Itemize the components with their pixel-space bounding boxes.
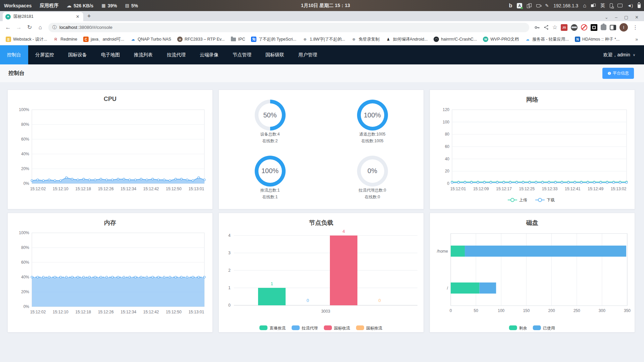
svg-text:80%: 80% [21,245,29,250]
bookmark-item[interactable]: ☁服务器 - 轻量应用... [523,36,571,43]
bookmark-favicon-icon: N [575,37,580,42]
ring-total-label: 推流总数:1 [260,188,280,193]
clipboard-tray-icon[interactable] [527,3,532,8]
bookmark-item[interactable]: NHDAtmos :: 种子 *... [573,36,622,43]
user-menu[interactable]: 欢迎，admin ∨ [603,52,644,58]
forward-button[interactable]: → [14,23,23,32]
platform-info-button[interactable]: ❶ 平台信息 [602,68,634,79]
svg-text:250: 250 [574,308,580,313]
window-restore-button[interactable]: ▢ [622,15,631,20]
nav-tab-4[interactable]: 电子地图 [94,45,127,64]
home-tray-icon[interactable]: ⌂ [583,3,586,9]
site-info-icon[interactable]: ⓘ [52,24,57,31]
svg-text:国标收流: 国标收流 [334,326,350,330]
bookmark-favicon-icon: ◉ [177,37,183,42]
bookmark-item[interactable]: ⊕免登录复制 [349,36,382,43]
progress-ring: 100% [357,100,388,131]
platform-info-label: 平台信息 [613,70,629,76]
extension-frame-icon[interactable] [591,24,597,31]
chevron-down-icon: ∨ [633,53,635,57]
workspaces-label: Workspaces [4,3,32,8]
display-icon[interactable] [617,4,623,7]
nav-tab-8[interactable]: 节点管理 [226,45,258,64]
color-picker-tray-icon[interactable]: ✎ [545,3,549,8]
bookmark-item[interactable]: WWVP-PRO文档 [481,36,521,43]
nav-tab-9[interactable]: 国标级联 [258,45,291,64]
bookmark-item[interactable]: IPC [229,36,248,43]
profile-avatar[interactable]: I [620,23,628,32]
svg-text:4: 4 [228,233,231,238]
ring-online-label: 在线数:0 [364,194,380,200]
translate-tray-icon[interactable]: A [517,3,522,8]
bookmark-favicon-icon: ♟ [386,37,391,42]
input-method-indicator[interactable]: 英 [600,3,605,9]
caffeine-tray-icon[interactable] [536,4,540,7]
volume-icon[interactable]: ◄) [627,3,633,8]
browser-menu-icon[interactable]: ⋮ [631,24,639,31]
svg-text:100: 100 [443,120,449,124]
svg-text:15:12:26: 15:12:26 [98,310,114,314]
tab-search-icon[interactable]: ⌄ [602,15,611,20]
chart-legend[interactable]: 直播推流拉流代理国标收流国标推流 [259,325,382,330]
clock[interactable]: 1月10日 星期二 15：13 [142,3,509,9]
extension-cookie-icon[interactable] [571,24,578,31]
net-speed-label: 526 KB/s [73,3,93,8]
new-tab-button[interactable]: + [83,13,95,21]
bookmark-item[interactable]: ◉RFC2833 – RTP Ev... [175,36,227,43]
bookmark-star-icon[interactable]: ☆ [552,24,557,31]
network-chart: 02040608010012015:12:0115:12:0915:12:171… [430,106,635,206]
battery-icon[interactable] [638,3,641,8]
extensions-puzzle-icon[interactable] [601,24,606,30]
bookmark-item[interactable]: 知了不起的 TypeScri... [249,36,299,43]
nav-tab-10[interactable]: 用户管理 [291,45,324,64]
nav-tab-6[interactable]: 拉流代理 [160,45,193,64]
reload-button[interactable]: ↻ [25,23,34,32]
workspaces-button[interactable]: Workspaces [0,3,36,9]
browser-home-button[interactable]: ⌂ [36,23,45,32]
bookmark-item[interactable]: ♟如何编译Android... [383,36,430,43]
bookmark-item[interactable]: ◠hairrrrr/C-CrashC... [431,36,479,43]
browser-tab[interactable]: ✦ 国标28181 ✕ [3,12,83,21]
nav-tab-1[interactable]: 控制台 [0,45,28,64]
window-switcher-icon[interactable] [591,4,596,8]
bookmark-item[interactable]: ≣Webstack - 设计... [3,36,49,43]
svg-text:15:12:33: 15:12:33 [542,187,558,191]
ip-address-label[interactable]: 192.168.1.3 [553,3,578,8]
extension-adblock-icon[interactable] [581,24,587,31]
net-speed-indicator: ☁↓ 526 KB/s [62,3,97,9]
svg-text:15:12:26: 15:12:26 [98,187,114,191]
bookmark-item[interactable]: Cjava、android可... [81,36,127,43]
window-close-button[interactable]: ✕ [632,15,641,20]
svg-text:15:13:01: 15:13:01 [189,310,204,314]
side-panel-icon[interactable] [610,25,616,30]
svg-text:100%: 100% [19,107,29,112]
svg-text:80: 80 [445,132,450,137]
nav-tab-3[interactable]: 国标设备 [61,45,94,64]
url-input[interactable]: ⓘ localhost:38080/#/console [48,23,529,32]
bookmark-item[interactable]: ☁QNAP Turbo NAS [128,36,174,43]
extension-js-icon[interactable]: JS [561,24,567,31]
datetime-label: 1月10日 星期二 15：13 [301,3,350,8]
nav-tab-7[interactable]: 云端录像 [193,45,226,64]
bookmark-item[interactable]: RRedmine [51,36,80,43]
chart-legend[interactable]: 上传下载 [508,198,555,202]
back-button[interactable]: ← [3,23,13,32]
bing-tray-icon[interactable]: b [509,3,512,9]
chart-legend[interactable]: 剩余已使用 [509,325,555,330]
bookmark-item[interactable]: ⊕1.8W字|了不起的... [300,36,347,43]
share-icon[interactable] [543,24,549,30]
svg-text:20%: 20% [21,166,29,171]
nav-tab-5[interactable]: 推流列表 [127,45,160,64]
bookmark-favicon-icon: C [83,37,89,42]
window-minimize-button[interactable]: – [612,15,620,20]
password-key-icon[interactable] [534,24,540,31]
bookmark-label: 服务器 - 轻量应用... [532,37,569,42]
nav-tab-2[interactable]: 分屏监控 [28,45,61,64]
ring-total-label: 拉流代理总数:0 [358,188,386,193]
svg-text:15:12:42: 15:12:42 [143,310,159,314]
bookmark-label: RFC2833 – RTP Ev... [185,37,225,42]
tab-close-icon[interactable]: ✕ [75,14,81,19]
phone-link-icon[interactable] [610,3,613,8]
applications-button[interactable]: 应用程序 [36,3,62,9]
bookmarks-overflow-icon[interactable]: » [633,37,641,42]
